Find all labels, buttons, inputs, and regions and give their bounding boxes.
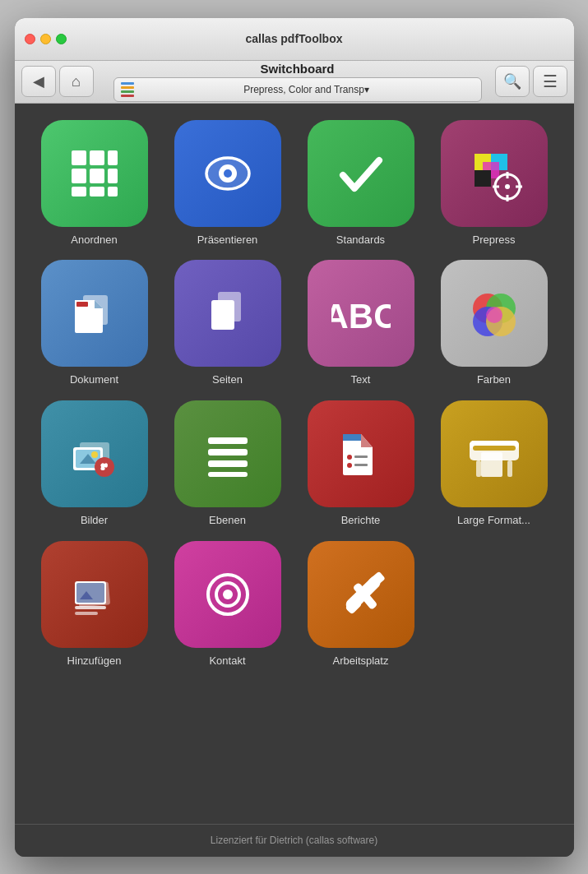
svg-rect-53	[507, 460, 512, 477]
svg-rect-40	[208, 449, 248, 455]
app-item-standards[interactable]: Standards	[298, 120, 424, 247]
svg-rect-7	[90, 187, 104, 197]
svg-rect-3	[72, 169, 86, 183]
app-icon-arbeitsplatz	[308, 541, 414, 648]
svg-rect-47	[354, 464, 368, 466]
app-icon-hinzufuegen	[41, 541, 148, 648]
app-icon-prepress	[441, 120, 548, 227]
svg-rect-42	[208, 472, 248, 477]
app-label-prepress: Prepress	[472, 234, 515, 247]
app-item-kontakt[interactable]: Kontakt	[164, 541, 291, 668]
svg-rect-6	[72, 187, 86, 197]
app-label-arbeitsplatz: Arbeitsplatz	[333, 654, 389, 668]
page-title: Switchboard	[113, 62, 482, 76]
app-item-prepress[interactable]: Prepress	[431, 120, 558, 247]
svg-rect-2	[108, 150, 118, 165]
app-label-bilder: Bilder	[81, 514, 108, 528]
toolbar: ◀ ⌂ Switchboard Prepress, Color and Tran…	[15, 61, 574, 104]
main-window: callas pdfToolbox ◀ ⌂ Switchboard Prepre…	[15, 18, 574, 857]
app-label-anordnen: Anordnen	[71, 234, 117, 247]
svg-rect-51	[473, 446, 516, 451]
maximize-button[interactable]	[56, 34, 67, 44]
svg-rect-16	[475, 170, 491, 187]
app-item-praesentieren[interactable]: Präsentieren	[164, 120, 291, 247]
titlebar: callas pdfToolbox	[15, 18, 574, 61]
search-button[interactable]: 🔍	[495, 66, 530, 97]
app-label-large: Large Format...	[457, 514, 530, 528]
menu-icon: ☰	[543, 73, 558, 90]
menu-button[interactable]: ☰	[533, 66, 567, 97]
app-label-dokument: Dokument	[70, 373, 118, 387]
app-label-hinzufuegen: Hinzufügen	[67, 654, 122, 668]
close-button[interactable]	[25, 34, 35, 44]
app-item-hinzufuegen[interactable]: Hinzufügen	[31, 541, 158, 668]
app-item-farben[interactable]: Farben	[431, 260, 558, 387]
app-grid: Anordnen Präsentieren	[31, 120, 558, 669]
svg-rect-24	[76, 302, 88, 307]
svg-rect-4	[90, 169, 104, 183]
app-item-berichte[interactable]: Berichte	[298, 400, 424, 528]
svg-rect-39	[208, 437, 248, 444]
svg-point-46	[347, 463, 352, 468]
svg-rect-52	[476, 460, 481, 477]
svg-rect-56	[76, 583, 104, 603]
app-icon-farben	[441, 260, 548, 367]
svg-point-32	[486, 307, 502, 323]
back-button[interactable]: ◀	[21, 66, 56, 97]
app-item-seiten[interactable]: Seiten	[164, 260, 291, 387]
svg-rect-41	[208, 460, 248, 467]
svg-text:ABC: ABC	[331, 297, 391, 335]
app-icon-bilder	[41, 400, 148, 507]
svg-rect-45	[354, 455, 368, 458]
svg-rect-43	[343, 434, 361, 441]
svg-rect-50	[481, 452, 502, 477]
app-icon-ebenen	[174, 400, 281, 507]
back-icon: ◀	[33, 72, 44, 90]
app-item-bilder[interactable]: Bilder	[31, 400, 158, 528]
svg-point-44	[347, 455, 352, 460]
app-icon-text: ABC	[308, 260, 414, 367]
app-icon-dokument	[41, 260, 148, 367]
app-item-arbeitsplatz[interactable]: Arbeitsplatz	[298, 541, 424, 668]
svg-point-62	[223, 590, 233, 599]
svg-point-37	[91, 451, 98, 458]
app-label-berichte: Berichte	[341, 514, 381, 528]
svg-rect-1	[90, 150, 104, 165]
app-item-anordnen[interactable]: Anordnen	[31, 120, 158, 247]
app-icon-large	[441, 400, 548, 507]
content-area: Anordnen Präsentieren	[15, 104, 574, 824]
svg-point-22	[505, 184, 510, 189]
app-label-standards: Standards	[336, 234, 385, 247]
app-icon-kontakt	[174, 541, 281, 648]
svg-point-12	[224, 169, 232, 178]
window-title: callas pdfToolbox	[246, 32, 343, 45]
app-label-text: Text	[351, 373, 371, 387]
profile-icon	[121, 82, 134, 97]
status-text: Lizenziert für Dietrich (callas software…	[211, 835, 377, 846]
app-label-seiten: Seiten	[212, 373, 243, 387]
home-icon: ⌂	[72, 73, 81, 90]
app-item-ebenen[interactable]: Ebenen	[164, 400, 291, 528]
app-icon-praesentieren	[174, 120, 281, 227]
traffic-lights	[25, 34, 67, 44]
app-icon-berichte	[308, 400, 414, 507]
statusbar: Lizenziert für Dietrich (callas software…	[15, 824, 574, 857]
svg-rect-8	[108, 187, 118, 197]
app-label-farben: Farben	[477, 373, 511, 387]
dropdown-text: Prepress, Color and Transp▾	[139, 84, 475, 95]
home-button[interactable]: ⌂	[59, 66, 94, 97]
profile-dropdown[interactable]: Prepress, Color and Transp▾	[113, 77, 482, 102]
app-icon-seiten	[174, 260, 281, 367]
minimize-button[interactable]	[40, 34, 51, 44]
app-item-text[interactable]: ABC Text	[298, 260, 424, 387]
app-label-ebenen: Ebenen	[209, 514, 246, 528]
search-icon: 🔍	[503, 72, 521, 90]
svg-rect-58	[75, 606, 106, 609]
app-label-kontakt: Kontakt	[209, 654, 245, 668]
app-icon-anordnen	[41, 120, 148, 227]
app-item-dokument[interactable]: Dokument	[31, 260, 158, 387]
app-icon-standards	[308, 120, 414, 227]
svg-rect-59	[75, 612, 98, 615]
app-label-praesentieren: Präsentieren	[197, 234, 258, 247]
app-item-large[interactable]: Large Format...	[431, 400, 558, 528]
